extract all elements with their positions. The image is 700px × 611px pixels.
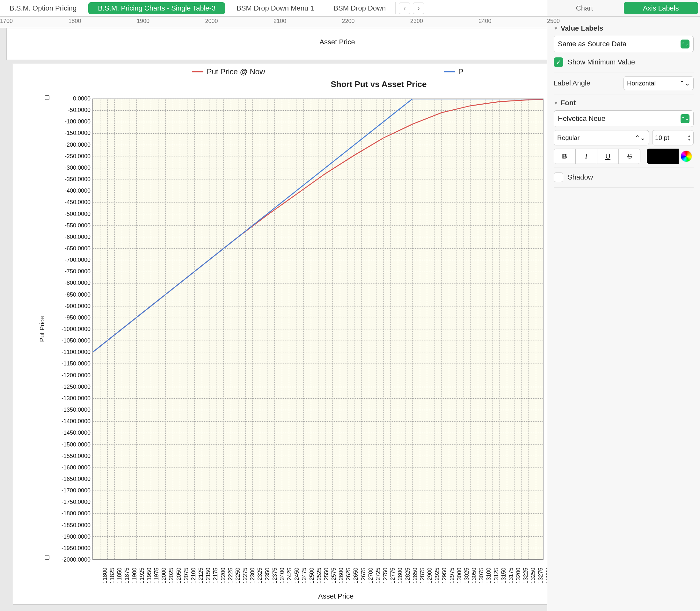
plot-area[interactable] — [92, 99, 544, 560]
color-picker-icon[interactable] — [681, 150, 692, 162]
legend-item-blue: P — [444, 67, 463, 76]
chart-object[interactable]: Put Price @ Now P Short Put vs Asset Pri… — [13, 63, 547, 605]
canvas[interactable]: Asset Price Put Price @ Now P Short Put … — [0, 28, 547, 611]
tab-prev-button[interactable]: ‹ — [399, 2, 410, 14]
font-family-select[interactable]: Helvetica Neue ⌃⌄ — [554, 110, 694, 127]
chevron-down-icon: ▼ — [554, 101, 558, 106]
step-up-icon[interactable]: ▲ — [688, 134, 691, 137]
table-header-strip: Asset Price — [6, 28, 547, 60]
strike-button[interactable]: S — [619, 149, 640, 164]
label-angle-select[interactable]: Horizontal ⌃⌄ — [624, 76, 694, 90]
chart-title[interactable]: Short Put vs Asset Price — [13, 79, 547, 89]
chevron-right-icon: › — [417, 4, 420, 12]
show-min-label: Show Minimum Value — [568, 58, 635, 66]
bold-button[interactable]: B — [554, 149, 575, 164]
y-axis: 0.0000-50.0000-100.0000-150.0000-200.000… — [48, 99, 92, 560]
value-label-format-select[interactable]: Same as Source Data ⌃⌄ — [554, 36, 694, 52]
dropdown-icon: ⌃⌄ — [681, 114, 689, 123]
chevron-down-icon: ▼ — [554, 26, 558, 31]
font-size-stepper[interactable]: 10 pt ▲▼ — [652, 130, 694, 145]
underline-button[interactable]: U — [597, 149, 619, 164]
inspector-tab-axis-labels[interactable]: Axis Labels — [624, 2, 698, 14]
inspector-tab-chart[interactable]: Chart — [547, 0, 622, 16]
section-font[interactable]: ▼ Font — [554, 99, 694, 107]
step-down-icon[interactable]: ▼ — [688, 138, 691, 141]
workbook-tabs: B.S.M. Option Pricing B.S.M. Pricing Cha… — [0, 0, 547, 17]
legend-label: Put Price @ Now — [207, 67, 265, 76]
selection-handle[interactable] — [45, 555, 49, 560]
chevron-left-icon: ‹ — [404, 4, 406, 12]
section-value-labels[interactable]: ▼ Value Labels — [554, 24, 694, 32]
tab-dropdown-2[interactable]: BSM Drop Down — [324, 2, 396, 14]
horizontal-ruler: 170018001900200021002200230024002500 — [0, 17, 547, 28]
legend-item-red: Put Price @ Now — [192, 67, 265, 76]
format-inspector: Chart Axis Labels ▼ Value Labels Same as… — [547, 0, 700, 611]
legend-label: P — [458, 67, 463, 76]
tab-next-button[interactable]: › — [413, 2, 424, 14]
text-color-swatch[interactable] — [647, 149, 679, 164]
tab-pricing-charts[interactable]: B.S.M. Pricing Charts - Single Table-3 — [88, 2, 225, 14]
dropdown-icon: ⌃⌄ — [635, 134, 645, 141]
show-min-checkbox[interactable]: ✓ — [554, 57, 563, 67]
tab-dropdown-1[interactable]: BSM Drop Down Menu 1 — [227, 2, 324, 14]
shadow-checkbox[interactable]: ✓ — [554, 173, 563, 182]
dropdown-icon: ⌃⌄ — [681, 40, 689, 48]
x-axis: 1180011825118501187511900119251195011975… — [86, 560, 544, 588]
selection-handle[interactable] — [45, 95, 49, 100]
dropdown-icon: ⌃⌄ — [679, 79, 690, 87]
y-axis-label[interactable]: Put Price — [39, 316, 46, 342]
chart-legend: Put Price @ Now P — [13, 63, 547, 77]
tab-option-pricing[interactable]: B.S.M. Option Pricing — [0, 2, 86, 14]
italic-button[interactable]: I — [575, 149, 597, 164]
x-axis-label[interactable]: Asset Price — [318, 592, 353, 600]
legend-swatch-icon — [192, 71, 203, 72]
shadow-label: Shadow — [568, 173, 593, 181]
font-weight-select[interactable]: Regular ⌃⌄ — [554, 130, 649, 145]
legend-swatch-icon — [444, 71, 455, 72]
table-header-cell: Asset Price — [7, 28, 547, 46]
label-angle-label: Label Angle — [554, 79, 590, 87]
